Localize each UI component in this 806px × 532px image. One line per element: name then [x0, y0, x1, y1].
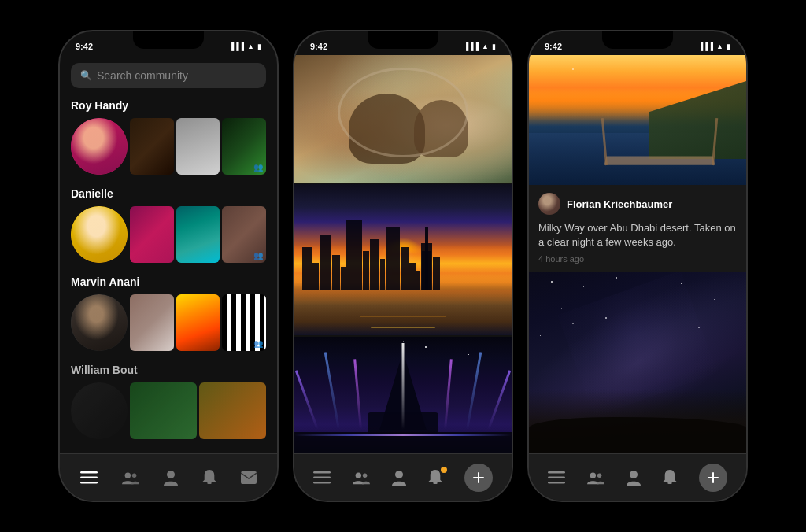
svg-rect-7 — [241, 471, 257, 484]
svg-rect-17 — [548, 471, 565, 474]
nav-community[interactable] — [122, 471, 139, 485]
community-photos-william — [71, 382, 266, 439]
status-bar-1: 9:42 ▐▐▐ ▲ ▮ — [60, 31, 277, 55]
community-photos-danielle: 👥 — [71, 206, 266, 263]
time-1: 9:42 — [76, 42, 93, 51]
post-avatar — [538, 193, 560, 215]
svg-point-4 — [132, 473, 137, 478]
photo-sunset-bw — [176, 294, 220, 351]
notch-1 — [133, 31, 204, 49]
signal-icon-3: ▐▐▐ — [698, 42, 713, 50]
nav-mail[interactable] — [241, 471, 257, 484]
post-text: Milky Way over Abu Dhabi desert. Taken o… — [538, 221, 737, 249]
more-icon-3: 👥 — [253, 339, 263, 348]
avatar-danielle — [71, 206, 128, 263]
bottom-nav-2 — [294, 453, 512, 501]
community-photos-marvin: 👥 — [71, 294, 266, 351]
svg-rect-9 — [313, 476, 331, 478]
svg-point-12 — [363, 473, 368, 478]
nav-profile-2[interactable] — [392, 470, 406, 486]
wifi-icon-3: ▲ — [716, 42, 723, 50]
nav-profile-3[interactable] — [627, 470, 641, 486]
notification-badge — [441, 467, 447, 473]
nav-community-2[interactable] — [353, 471, 370, 485]
phone-1: 9:42 ▐▐▐ ▲ ▮ 🔍 Search community Roy Hand… — [58, 30, 279, 502]
search-bar[interactable]: 🔍 Search community — [71, 63, 266, 88]
phone3-content: Florian Kriechbaumer Milky Way over Abu … — [529, 55, 746, 501]
community-list: Roy Handy 👥 Danielle — [60, 99, 277, 453]
svg-rect-0 — [80, 471, 98, 474]
post-username: Florian Kriechbaumer — [567, 198, 672, 210]
community-item-roy[interactable]: Roy Handy 👥 — [71, 99, 266, 175]
community-item-danielle[interactable]: Danielle 👥 — [71, 187, 266, 263]
status-icons-3: ▐▐▐ ▲ ▮ — [698, 42, 730, 50]
nav-menu-2[interactable] — [313, 471, 331, 484]
bottom-nav-1 — [60, 453, 277, 501]
svg-rect-19 — [548, 482, 565, 484]
svg-point-11 — [356, 472, 361, 478]
battery-icon: ▮ — [257, 42, 261, 50]
svg-rect-8 — [313, 471, 331, 474]
nav-menu-3[interactable] — [548, 471, 565, 484]
phone1-content: 🔍 Search community Roy Handy 👥 — [60, 55, 277, 501]
community-item-marvin[interactable]: Marvin Anani 👥 — [71, 275, 266, 351]
nav-community-3[interactable] — [587, 471, 604, 485]
nav-plus-2[interactable] — [464, 464, 493, 492]
photo-silver — [176, 118, 220, 175]
nav-notifications-2[interactable] — [428, 470, 442, 486]
bottom-nav-3 — [529, 453, 746, 501]
notch-3 — [602, 31, 673, 49]
svg-rect-14 — [433, 482, 437, 484]
svg-point-22 — [630, 471, 638, 478]
avatar-marvin — [71, 294, 128, 351]
status-bar-3: 9:42 ▐▐▐ ▲ ▮ — [529, 31, 746, 55]
nav-notifications[interactable] — [202, 470, 216, 486]
svg-point-5 — [167, 471, 175, 478]
time-3: 9:42 — [545, 42, 562, 51]
svg-point-21 — [597, 473, 602, 478]
add-button-3[interactable] — [699, 464, 727, 492]
community-photos-roy: 👥 — [71, 118, 266, 175]
community-name-danielle: Danielle — [71, 187, 266, 200]
svg-rect-6 — [207, 482, 211, 484]
feed-photo-sunset — [294, 184, 512, 335]
photo-tattoo — [130, 118, 174, 175]
photo-stripes: 👥 — [222, 294, 266, 351]
photo-w1 — [130, 382, 197, 439]
post-card: Florian Kriechbaumer Milky Way over Abu … — [529, 185, 746, 272]
time-2: 9:42 — [310, 42, 327, 51]
more-icon: 👥 — [253, 163, 263, 172]
search-placeholder: Search community — [97, 69, 188, 82]
wifi-icon-2: ▲ — [482, 42, 489, 50]
search-icon: 🔍 — [80, 70, 92, 81]
svg-point-3 — [124, 472, 130, 478]
avatar-william — [71, 382, 128, 439]
nav-notifications-3[interactable] — [663, 470, 677, 486]
community-name-marvin: Marvin Anani — [71, 275, 266, 288]
photo-desert — [130, 294, 174, 351]
add-button[interactable] — [464, 464, 493, 492]
feed-photo-concert — [294, 337, 512, 453]
photo-magenta — [130, 206, 174, 263]
status-bar-2: 9:42 ▐▐▐ ▲ ▮ — [294, 31, 512, 55]
svg-rect-23 — [667, 482, 671, 484]
nav-profile[interactable] — [164, 470, 178, 486]
status-icons-1: ▐▐▐ ▲ ▮ — [229, 42, 261, 50]
community-item-william[interactable]: William Bout — [71, 364, 266, 439]
svg-rect-1 — [80, 476, 98, 478]
more-icon-2: 👥 — [253, 251, 263, 260]
svg-rect-10 — [313, 482, 331, 484]
signal-icon-2: ▐▐▐ — [464, 42, 479, 50]
avatar-roy — [71, 118, 128, 175]
phone-3: 9:42 ▐▐▐ ▲ ▮ — [527, 30, 748, 502]
notch-2 — [368, 31, 438, 49]
feed-photo-road — [294, 55, 512, 183]
photo-dog: 👥 — [222, 206, 266, 263]
post-time: 4 hours ago — [538, 254, 737, 264]
nav-plus-3[interactable] — [699, 464, 727, 492]
photo-w2 — [199, 382, 266, 439]
svg-rect-2 — [80, 482, 98, 484]
nav-menu[interactable] — [80, 471, 98, 484]
status-icons-2: ▐▐▐ ▲ ▮ — [464, 42, 496, 50]
top-photo — [529, 55, 746, 185]
